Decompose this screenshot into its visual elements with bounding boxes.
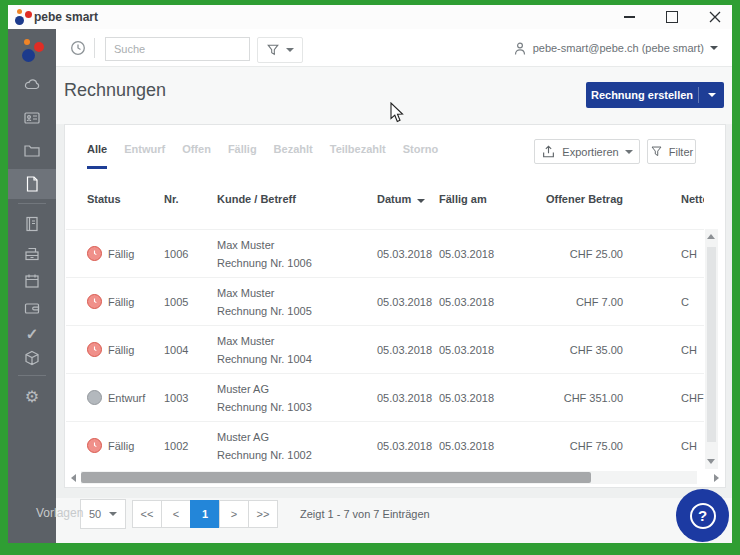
create-invoice-label: Rechnung erstellen [586, 89, 698, 101]
vertical-scrollbar-thumb[interactable] [707, 247, 716, 442]
column-header-status[interactable]: Status [87, 193, 121, 205]
help-button[interactable]: ? [676, 489, 729, 542]
tab-storno[interactable]: Storno [403, 143, 438, 169]
horizontal-scrollbar[interactable] [65, 471, 725, 484]
funnel-icon [266, 43, 280, 57]
status-due-icon [87, 342, 102, 357]
sidebar-item-contacts[interactable] [8, 103, 56, 133]
vertical-scrollbar[interactable] [705, 229, 718, 469]
close-button[interactable] [708, 9, 722, 25]
status-label: Fällig [108, 326, 134, 374]
sidebar-item-dashboard[interactable] [8, 70, 56, 100]
window-title: pebe smart [34, 10, 98, 24]
search-input[interactable] [105, 37, 250, 61]
sidebar-item-folder[interactable] [8, 136, 56, 166]
status-due-icon [87, 438, 102, 453]
page-size-value: 50 [89, 508, 101, 520]
export-button[interactable]: Exportieren [534, 139, 640, 164]
history-button[interactable] [70, 40, 86, 60]
invoice-date: 05.03.2018 [377, 422, 432, 470]
caret-down-icon [109, 512, 117, 516]
scroll-left-icon[interactable] [71, 474, 76, 482]
minimize-button[interactable] [622, 9, 636, 25]
contact-card-icon [23, 109, 41, 127]
first-page-button[interactable]: << [132, 500, 162, 528]
last-page-button[interactable]: >> [248, 500, 278, 528]
cloud-icon [23, 76, 41, 94]
table-row[interactable]: Fällig 1006 Max Muster Rechnung Nr. 1006… [66, 229, 704, 278]
page-1-button[interactable]: 1 [190, 500, 220, 528]
tab-alle[interactable]: Alle [87, 143, 107, 169]
toolbar-divider [94, 38, 95, 58]
due-date: 05.03.2018 [439, 230, 494, 278]
create-invoice-button[interactable]: Rechnung erstellen [586, 82, 724, 108]
customer-name: Max Muster [217, 335, 274, 347]
scroll-up-icon[interactable] [707, 234, 715, 239]
tab-teilbezahlt[interactable]: Teilbezahlt [330, 143, 386, 169]
customer-name: Max Muster [217, 239, 274, 251]
status-due-icon [87, 294, 102, 309]
tab-faellig[interactable]: Fällig [228, 143, 257, 169]
status-label: Fällig [108, 422, 134, 470]
sidebar: ✓ ⚙ [8, 29, 56, 543]
table-row[interactable]: Fällig 1002 Muster AG Rechnung Nr. 1002 … [66, 421, 704, 470]
column-header-kunde[interactable]: Kunde / Betreff [217, 193, 296, 205]
table-row[interactable]: Fällig 1004 Max Muster Rechnung Nr. 1004… [66, 325, 704, 374]
maximize-button[interactable] [665, 9, 679, 25]
invoice-subject: Rechnung Nr. 1006 [217, 257, 312, 269]
column-header-datum[interactable]: Datum [377, 193, 425, 205]
due-date: 05.03.2018 [439, 278, 494, 326]
horizontal-scrollbar-thumb[interactable] [81, 472, 591, 483]
table-row[interactable]: Fällig 1005 Max Muster Rechnung Nr. 1005… [66, 277, 704, 326]
status-label: Entwurf [108, 374, 145, 422]
invoice-number: 1002 [164, 422, 188, 470]
pagination: << < 1 > >> [133, 500, 278, 528]
export-label: Exportieren [562, 146, 618, 158]
tab-offen[interactable]: Offen [182, 143, 211, 169]
funnel-icon [650, 145, 663, 158]
sidebar-item-documents[interactable] [8, 169, 56, 199]
previous-page-button[interactable]: < [161, 500, 191, 528]
invoice-panel: Alle Entwurf Offen Fällig Bezahlt Teilbe… [64, 124, 726, 488]
sidebar-item-calendar[interactable] [8, 266, 56, 296]
pagination-info: Zeigt 1 - 7 von 7 Einträgen [300, 508, 430, 520]
sidebar-item-package[interactable] [8, 343, 56, 373]
invoice-subject: Rechnung Nr. 1004 [217, 353, 312, 365]
screenshot-frame: pebe smart [0, 0, 740, 555]
top-toolbar: pebe-smart@pebe.ch (pebe smart) [56, 29, 732, 67]
table-row[interactable]: Entwurf 1003 Muster AG Rechnung Nr. 1003… [66, 373, 704, 422]
column-header-nettobetrag[interactable]: Nettobet [681, 193, 704, 205]
status-due-icon [87, 246, 102, 261]
column-header-faellig-am[interactable]: Fällig am [439, 193, 487, 205]
page-size-select[interactable]: 50 [80, 499, 126, 529]
templates-tooltip: Vorlagen [36, 506, 83, 520]
sidebar-item-cash-register[interactable] [8, 239, 56, 269]
question-mark-icon: ? [690, 503, 716, 529]
filter-button[interactable]: Filter [647, 139, 696, 164]
calendar-icon [23, 272, 41, 290]
document-icon [23, 175, 41, 193]
invoice-subject: Rechnung Nr. 1002 [217, 449, 312, 461]
invoice-subject: Rechnung Nr. 1003 [217, 401, 312, 413]
column-header-offener-betrag[interactable]: Offener Betrag [503, 193, 623, 205]
scroll-down-icon[interactable] [707, 459, 715, 464]
tab-entwurf[interactable]: Entwurf [124, 143, 165, 169]
checkmark-icon: ✓ [26, 326, 39, 341]
sidebar-item-settings[interactable]: ⚙ [8, 381, 56, 411]
tab-bezahlt[interactable]: Bezahlt [274, 143, 313, 169]
search-filter-dropdown-button[interactable] [257, 37, 303, 63]
column-header-nr[interactable]: Nr. [164, 193, 179, 205]
scroll-right-icon[interactable] [714, 474, 719, 482]
column-header-datum-label: Datum [377, 193, 411, 205]
logo-dot-blue [15, 16, 24, 25]
sort-desc-icon [417, 199, 425, 203]
sidebar-item-notebook[interactable] [8, 209, 56, 239]
next-page-button[interactable]: > [219, 500, 249, 528]
net-amount-clipped: CH [681, 230, 704, 278]
logo-dot-red [34, 42, 44, 52]
user-menu[interactable]: pebe-smart@pebe.ch (pebe smart) [513, 29, 718, 67]
status-label: Fällig [108, 278, 134, 326]
invoice-date: 05.03.2018 [377, 230, 432, 278]
create-invoice-dropdown[interactable] [699, 93, 724, 97]
sidebar-divider [18, 203, 46, 204]
